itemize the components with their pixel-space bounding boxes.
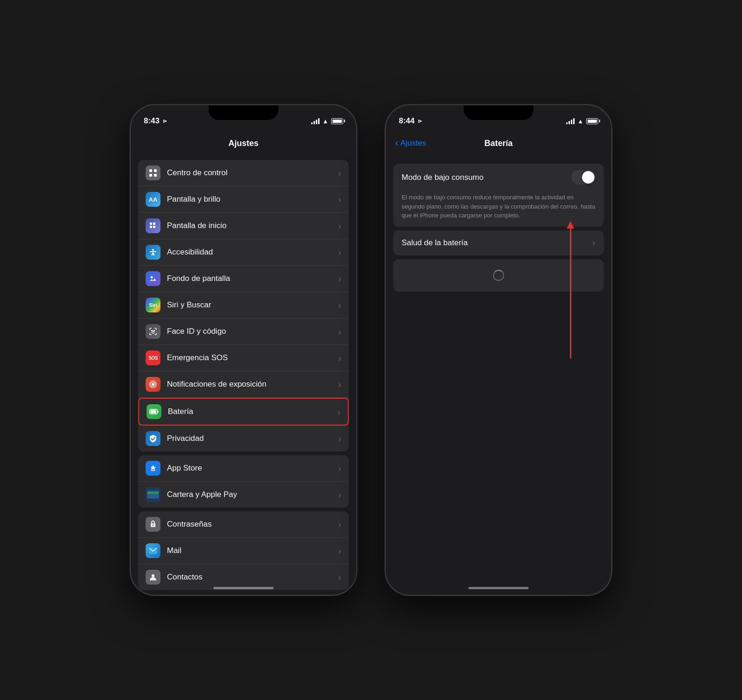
svg-rect-3 bbox=[154, 174, 157, 177]
svg-rect-18 bbox=[158, 411, 159, 413]
chevron-icon bbox=[338, 168, 341, 178]
privacidad-label: Privacidad bbox=[167, 434, 338, 443]
settings-item-cartera[interactable]: Cartera y Apple Pay bbox=[138, 482, 349, 508]
loading-row bbox=[393, 259, 604, 292]
svg-rect-0 bbox=[149, 169, 152, 172]
svg-rect-6 bbox=[150, 226, 152, 228]
chevron-icon bbox=[338, 463, 341, 474]
settings-item-fondo[interactable]: Fondo de pantalla bbox=[138, 266, 349, 292]
chevron-icon bbox=[338, 300, 341, 311]
settings-group-apps: Contraseñas Mail bbox=[138, 511, 349, 590]
svg-point-24 bbox=[153, 525, 154, 526]
loading-spinner bbox=[493, 270, 504, 281]
low-power-toggle[interactable] bbox=[571, 170, 595, 185]
location-icon-2: ⊳ bbox=[418, 118, 422, 124]
contactos-icon bbox=[146, 570, 160, 585]
chevron-icon bbox=[338, 221, 341, 231]
svg-rect-4 bbox=[150, 223, 152, 225]
nav-header-1: Ajustes bbox=[131, 130, 356, 156]
battery-health-row[interactable]: Salud de la batería bbox=[393, 230, 604, 255]
chevron-icon bbox=[338, 546, 341, 556]
settings-item-centro-control[interactable]: Centro de control bbox=[138, 160, 349, 186]
battery-status-icon-2 bbox=[586, 118, 598, 124]
bateria-label: Batería bbox=[168, 407, 337, 416]
chevron-icon bbox=[592, 237, 595, 248]
chevron-icon bbox=[338, 490, 341, 500]
chevron-icon bbox=[338, 326, 341, 337]
time-2: 8:44 ⊳ bbox=[399, 116, 422, 126]
settings-item-contrasenas[interactable]: Contraseñas bbox=[138, 511, 349, 538]
back-label: Ajustes bbox=[400, 139, 426, 148]
notch-2 bbox=[464, 105, 533, 120]
svg-point-9 bbox=[151, 276, 153, 279]
svg-point-8 bbox=[152, 249, 154, 251]
exposicion-icon bbox=[146, 377, 160, 392]
fondo-label: Fondo de pantalla bbox=[167, 274, 338, 283]
svg-point-10 bbox=[152, 331, 153, 331]
contrasenas-icon bbox=[146, 517, 160, 532]
page-title-2: Batería bbox=[484, 139, 512, 148]
centro-control-label: Centro de control bbox=[167, 168, 338, 178]
pantalla-brillo-label: Pantalla y brillo bbox=[167, 195, 338, 204]
privacidad-icon bbox=[146, 431, 160, 446]
battery-status-icon-1 bbox=[331, 118, 343, 124]
phone-2: 8:44 ⊳ ▲ ‹ Ajustes Batería bbox=[385, 104, 612, 596]
svg-point-13 bbox=[152, 383, 154, 386]
settings-item-bateria[interactable]: Batería bbox=[138, 398, 349, 426]
settings-item-exposicion[interactable]: Notificaciones de exposición bbox=[138, 371, 349, 398]
pantalla-inicio-icon bbox=[146, 218, 160, 233]
exposicion-label: Notificaciones de exposición bbox=[167, 380, 338, 389]
svg-rect-17 bbox=[151, 410, 156, 414]
faceid-label: Face ID y código bbox=[167, 327, 338, 336]
bateria-icon bbox=[147, 404, 161, 419]
chevron-icon bbox=[338, 274, 341, 284]
status-icons-1: ▲ bbox=[311, 118, 343, 125]
faceid-icon bbox=[146, 324, 160, 339]
mail-label: Mail bbox=[167, 546, 338, 555]
settings-item-contactos[interactable]: Contactos bbox=[138, 564, 349, 590]
settings-item-pantalla-inicio[interactable]: Pantalla de inicio bbox=[138, 213, 349, 239]
screen-2: 8:44 ⊳ ▲ ‹ Ajustes Batería bbox=[386, 105, 611, 595]
settings-item-appstore[interactable]: App Store bbox=[138, 455, 349, 482]
back-button[interactable]: ‹ Ajustes bbox=[395, 137, 426, 149]
chevron-icon bbox=[337, 407, 340, 417]
settings-item-pantalla-brillo[interactable]: AA Pantalla y brillo bbox=[138, 186, 349, 213]
signal-icon-1 bbox=[311, 118, 320, 124]
chevron-icon bbox=[338, 247, 341, 258]
chevron-icon bbox=[338, 194, 341, 205]
back-chevron-icon: ‹ bbox=[395, 137, 398, 149]
low-power-row: Modo de bajo consumo bbox=[393, 164, 604, 191]
emergencia-label: Emergencia SOS bbox=[167, 353, 338, 363]
screen-1: 8:43 ⊳ ▲ Ajustes bbox=[131, 105, 356, 595]
settings-item-privacidad[interactable]: Privacidad bbox=[138, 426, 349, 452]
time-1: 8:43 ⊳ bbox=[144, 116, 167, 126]
low-power-group: Modo de bajo consumo El modo de bajo con… bbox=[393, 164, 604, 227]
settings-item-mail[interactable]: Mail bbox=[138, 538, 349, 564]
low-power-description: El modo de bajo consumo reduce temporalm… bbox=[393, 191, 604, 227]
settings-group-main: Centro de control AA Pantalla y brillo bbox=[138, 160, 349, 452]
page-title-1: Ajustes bbox=[228, 139, 258, 148]
sos-icon: SOS bbox=[146, 350, 160, 365]
svg-rect-1 bbox=[154, 169, 157, 172]
pantalla-inicio-label: Pantalla de inicio bbox=[167, 221, 338, 230]
svg-rect-22 bbox=[147, 492, 159, 493]
svg-point-11 bbox=[154, 331, 155, 331]
chevron-icon bbox=[338, 572, 341, 583]
svg-rect-7 bbox=[153, 226, 155, 228]
pantalla-brillo-icon: AA bbox=[146, 192, 160, 207]
settings-item-accesibilidad[interactable]: Accesibilidad bbox=[138, 239, 349, 266]
settings-group-store: App Store Cartera y Apple Pay bbox=[138, 455, 349, 508]
cartera-icon bbox=[146, 487, 160, 502]
battery-content: Modo de bajo consumo El modo de bajo con… bbox=[386, 156, 611, 595]
siri-label: Siri y Buscar bbox=[167, 300, 338, 310]
settings-item-faceid[interactable]: Face ID y código bbox=[138, 318, 349, 345]
accesibilidad-icon bbox=[146, 245, 160, 260]
phone-1: 8:43 ⊳ ▲ Ajustes bbox=[130, 104, 357, 596]
mail-icon bbox=[146, 543, 160, 558]
settings-item-siri[interactable]: Siri Siri y Buscar bbox=[138, 292, 349, 318]
settings-item-emergencia[interactable]: SOS Emergencia SOS bbox=[138, 345, 349, 371]
wifi-icon-2: ▲ bbox=[577, 118, 583, 125]
contactos-label: Contactos bbox=[167, 573, 338, 582]
nav-header-2: ‹ Ajustes Batería bbox=[386, 130, 611, 156]
contrasenas-label: Contraseñas bbox=[167, 520, 338, 529]
